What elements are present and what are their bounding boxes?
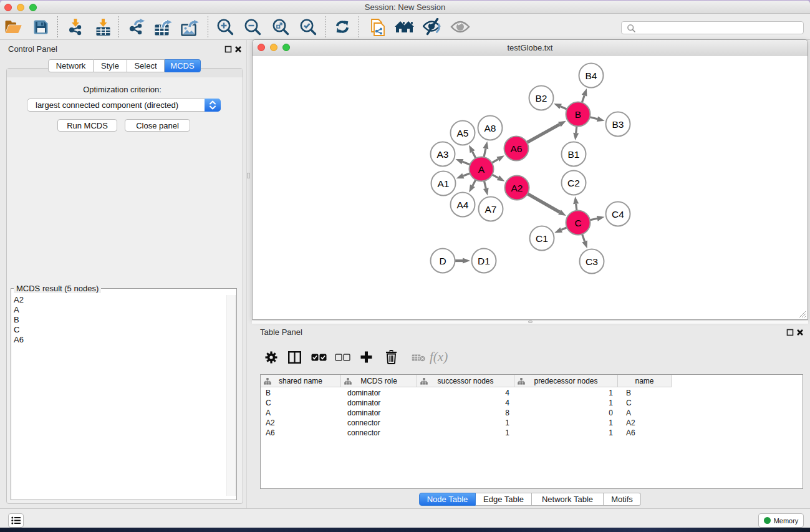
svg-text:A7: A7 <box>485 204 497 215</box>
svg-text:C1: C1 <box>536 233 548 244</box>
svg-text:D: D <box>439 256 446 266</box>
svg-text:A4: A4 <box>457 200 469 210</box>
svg-text:A6: A6 <box>511 143 523 154</box>
svg-text:C4: C4 <box>612 209 624 220</box>
svg-text:B4: B4 <box>586 70 597 81</box>
svg-text:B2: B2 <box>536 93 547 104</box>
svg-text:A3: A3 <box>437 149 449 160</box>
svg-text:A: A <box>478 164 485 175</box>
svg-text:C2: C2 <box>567 178 580 188</box>
svg-text:A1: A1 <box>438 178 450 189</box>
svg-text:B1: B1 <box>568 149 580 160</box>
svg-text:A2: A2 <box>511 183 523 193</box>
svg-text:A5: A5 <box>457 128 469 138</box>
svg-text:A8: A8 <box>485 123 496 133</box>
svg-text:C: C <box>574 218 581 228</box>
svg-text:C3: C3 <box>586 256 598 267</box>
svg-text:D1: D1 <box>478 256 490 266</box>
svg-text:B: B <box>575 109 581 120</box>
svg-text:B3: B3 <box>612 119 624 130</box>
